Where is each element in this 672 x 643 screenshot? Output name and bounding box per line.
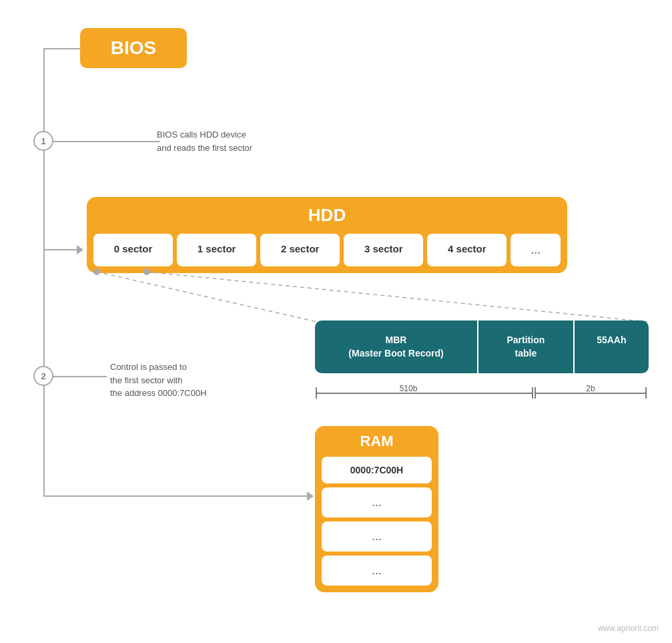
svg-line-2 bbox=[97, 272, 317, 322]
hdd-container: HDD 0 sector 1 sector 2 sector 3 sector … bbox=[87, 197, 567, 273]
bios-connector-line bbox=[43, 48, 81, 49]
step-2-circle: 2 bbox=[33, 366, 53, 386]
svg-text:2b: 2b bbox=[586, 384, 595, 393]
step2-connector bbox=[53, 376, 107, 377]
ram-cell-dots-1: ... bbox=[322, 487, 432, 517]
mbr-cell-partition: Partition table bbox=[478, 320, 575, 373]
step1-annotation: BIOS calls HDD device and reads the firs… bbox=[157, 128, 252, 154]
step2-annotation: Control is passed to the first sector wi… bbox=[110, 361, 207, 400]
svg-line-3 bbox=[147, 272, 647, 322]
mbr-cell-55aah: 55AAh bbox=[575, 320, 649, 373]
mbr-row: MBR (Master Boot Record) Partition table… bbox=[315, 320, 649, 373]
hdd-title-bar: HDD bbox=[87, 197, 567, 234]
ram-cell-dots-2: ... bbox=[322, 521, 432, 552]
sector-4: 4 sector bbox=[427, 234, 507, 266]
mbr-container: MBR (Master Boot Record) Partition table… bbox=[315, 320, 649, 373]
ram-cell-dots-3: ... bbox=[322, 556, 432, 586]
ram-container: RAM 0000:7C00H ... ... ... bbox=[315, 426, 438, 592]
sector-2: 2 sector bbox=[260, 234, 340, 266]
ram-title-bar: RAM bbox=[315, 426, 438, 457]
hdd-title: HDD bbox=[308, 205, 346, 225]
mbr-cell-main: MBR (Master Boot Record) bbox=[315, 320, 478, 373]
bios-label: BIOS bbox=[111, 37, 156, 59]
vertical-rail bbox=[43, 48, 45, 495]
sector-3: 3 sector bbox=[344, 234, 423, 266]
ram-arrow-head bbox=[307, 491, 314, 501]
ram-arrow-line bbox=[43, 495, 310, 497]
step-1-number: 1 bbox=[41, 136, 45, 146]
watermark: www.apriorit.com bbox=[598, 624, 659, 633]
step1-connector bbox=[53, 141, 160, 142]
step-1-circle: 1 bbox=[33, 131, 53, 151]
sector-dots: ... bbox=[511, 234, 561, 266]
bios-box: BIOS bbox=[80, 28, 187, 68]
ram-cells: 0000:7C00H ... ... ... bbox=[315, 457, 438, 592]
sector-1: 1 sector bbox=[177, 234, 256, 266]
hdd-arrow-head bbox=[77, 245, 83, 254]
step-2-number: 2 bbox=[41, 371, 45, 381]
svg-text:510b: 510b bbox=[400, 384, 418, 393]
ram-cell-address: 0000:7C00H bbox=[322, 457, 432, 483]
size-bracket: 510b 2b bbox=[315, 384, 649, 404]
ram-title: RAM bbox=[360, 433, 393, 449]
sector-0: 0 sector bbox=[93, 234, 173, 266]
hdd-sectors: 0 sector 1 sector 2 sector 3 sector 4 se… bbox=[87, 234, 567, 273]
hdd-arrow-line bbox=[43, 249, 80, 250]
